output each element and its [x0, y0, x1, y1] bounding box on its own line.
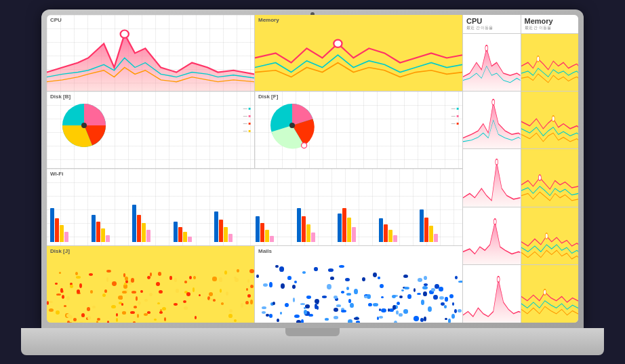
memory-right-subtitle: 最近 간 이동율: [525, 25, 576, 31]
svg-point-4: [81, 123, 87, 128]
svg-point-19: [545, 233, 548, 239]
laptop-screen: CPU: [47, 15, 578, 323]
svg-point-15: [496, 159, 498, 165]
cpu-right-title: CPU: [466, 17, 517, 25]
wifi-title: Wi-Fi: [50, 171, 63, 177]
wifi-bar-chart: Wi-Fi: [47, 169, 462, 245]
cpu-area-chart: CPU: [47, 15, 254, 92]
svg-point-12: [492, 99, 495, 104]
cpu-row1: [463, 34, 521, 91]
svg-point-21: [497, 277, 500, 282]
cpu-right-header: CPU 最近 간 이동율: [463, 15, 521, 33]
cpu-title: CPU: [50, 17, 62, 23]
disk-b-pie: Disk [B] — ■ — ■: [47, 92, 254, 168]
svg-point-9: [485, 45, 488, 50]
cpu-row5: [463, 265, 521, 322]
disk-f-pie: Disk [F] — ■ — ■: [255, 92, 462, 168]
laptop-base: [21, 328, 604, 355]
svg-point-1: [121, 30, 129, 37]
cpu-row2: [463, 92, 521, 148]
mails-title: Mails: [258, 248, 272, 254]
memory-row4: [521, 207, 579, 264]
memory-row3: [521, 149, 579, 206]
mails-scatter: Mails: [255, 246, 462, 323]
svg-point-16: [538, 175, 541, 180]
cpu-row3: [463, 149, 521, 206]
svg-point-22: [543, 289, 546, 295]
cpu-right-subtitle: 最近 간 이동율: [466, 25, 517, 31]
svg-point-2: [334, 39, 342, 47]
screen-bezel: CPU: [41, 9, 584, 328]
memory-left-title: Memory: [258, 17, 279, 23]
svg-marker-17: [463, 222, 521, 264]
svg-point-7: [302, 143, 307, 148]
disk-j-title: Disk [J]: [50, 248, 70, 254]
memory-row1: [521, 34, 579, 91]
svg-point-18: [493, 219, 496, 224]
disk-b-title: Disk [B]: [50, 94, 70, 100]
laptop-container: CPU: [21, 9, 604, 355]
memory-right-title: Memory: [525, 17, 576, 25]
disk-j-scatter: Disk [J]: [47, 246, 254, 323]
svg-marker-20: [463, 279, 521, 322]
memory-area-chart: Memory: [255, 15, 462, 92]
memory-row5: [521, 265, 579, 322]
svg-point-13: [552, 116, 555, 121]
memory-row2: [521, 92, 579, 148]
svg-point-6: [289, 123, 295, 128]
cpu-row4: [463, 207, 521, 264]
svg-point-10: [536, 56, 539, 61]
disk-f-title: Disk [F]: [258, 94, 278, 100]
memory-right-header: Memory 最近 간 이동율: [521, 15, 579, 33]
